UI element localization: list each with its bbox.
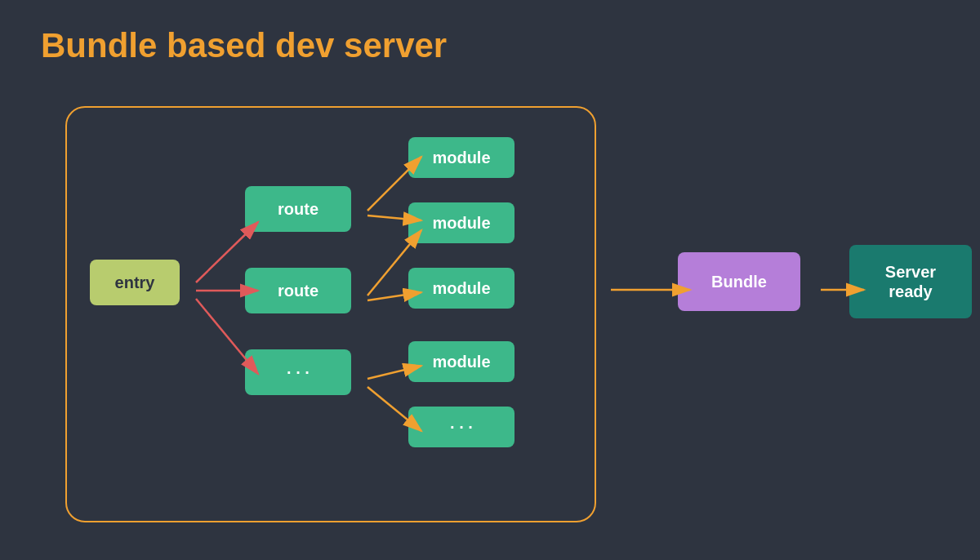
route2-node: route [245,268,351,313]
dots1-node: · · · [245,349,351,395]
dots2-node: · · · [408,407,514,447]
route1-node: route [245,186,351,232]
module3-node: module [408,268,514,309]
module1-node: module [408,137,514,178]
module2-node: module [408,202,514,243]
module4-node: module [408,341,514,382]
diagram-area: entry route route · · · module module mo… [24,82,956,536]
entry-node: entry [90,260,180,305]
bundle-box [65,106,596,522]
bundle-node: Bundle [678,252,800,311]
page-title: Bundle based dev server [41,26,447,65]
server-ready-node: Server ready [849,245,972,318]
